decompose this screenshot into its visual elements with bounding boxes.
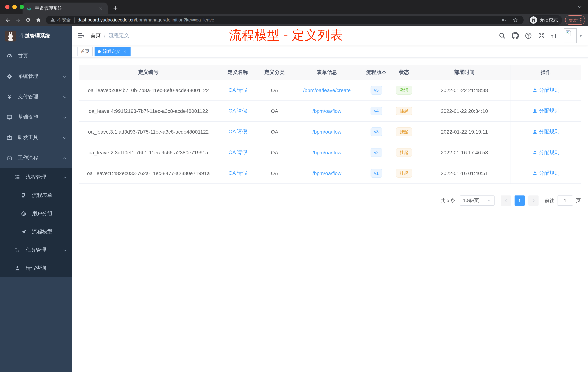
sidebar-item-label: 流程模型 bbox=[32, 229, 52, 235]
home-icon[interactable] bbox=[33, 15, 43, 25]
assign-rule-link[interactable]: 分配规则 bbox=[532, 149, 559, 156]
sidebar-item-label: 流程管理 bbox=[26, 174, 46, 181]
sidebar-collapse-icon[interactable] bbox=[77, 32, 85, 39]
definition-name-link[interactable]: OA 请假 bbox=[229, 170, 247, 176]
breadcrumb-home[interactable]: 首页 bbox=[91, 33, 101, 39]
close-icon[interactable] bbox=[122, 49, 127, 54]
tab-search-icon[interactable] bbox=[577, 4, 582, 10]
sidebar-item-process-management[interactable]: 流程管理 bbox=[0, 168, 72, 186]
window-controls[interactable] bbox=[5, 5, 24, 9]
column-header: 流程版本 bbox=[363, 65, 390, 80]
browser-menu-icon[interactable] bbox=[580, 18, 581, 22]
fullscreen-icon[interactable] bbox=[538, 32, 545, 39]
incognito-label: 无痕模式 bbox=[540, 17, 558, 23]
reload-icon[interactable] bbox=[23, 15, 33, 25]
assign-rule-link[interactable]: 分配规则 bbox=[532, 170, 559, 176]
status-badge: 挂起 bbox=[396, 107, 412, 115]
security-warning-icon[interactable] bbox=[50, 17, 55, 23]
version-badge: v1 bbox=[370, 169, 382, 178]
user-icon bbox=[532, 150, 537, 155]
form-link[interactable]: /bpm/oa/flow bbox=[313, 150, 341, 155]
chevron-down-icon bbox=[63, 248, 67, 252]
search-icon[interactable] bbox=[499, 32, 506, 39]
forward-icon[interactable] bbox=[13, 15, 22, 25]
pagination-total: 共 5 条 bbox=[441, 197, 455, 204]
definition-table: 定义编号 定义名称 定义分类 表单信息 流程版本 状态 部署时间 操作 oa_l… bbox=[79, 65, 581, 184]
chevron-right-icon bbox=[531, 198, 536, 203]
sidebar-item-label: 用户分组 bbox=[32, 210, 52, 217]
status-badge: 挂起 bbox=[396, 148, 412, 157]
app-logo-bar[interactable]: 芋道管理系统 bbox=[0, 26, 72, 46]
page-number-button[interactable]: 1 bbox=[514, 196, 525, 206]
sidebar-item-devtools[interactable]: 研发工具 bbox=[0, 127, 72, 148]
assign-rule-link[interactable]: 分配规则 bbox=[532, 108, 559, 114]
deploy-time: 2022-01-16 17:46:53 bbox=[418, 142, 511, 163]
column-header: 操作 bbox=[511, 65, 581, 80]
form-link[interactable]: /bpm/oa/flow bbox=[313, 108, 341, 114]
browser-update-button[interactable]: 更新 bbox=[565, 15, 585, 25]
chevron-down-icon bbox=[63, 115, 67, 119]
tab-close-icon[interactable] bbox=[97, 5, 104, 12]
password-key-icon[interactable] bbox=[500, 16, 508, 24]
sidebar-item-leave-query[interactable]: 请假查询 bbox=[0, 259, 72, 277]
tag-home[interactable]: 首页 bbox=[77, 47, 93, 56]
version-badge: v5 bbox=[370, 86, 382, 95]
address-bar[interactable]: 不安全 dashboard.yudao.iocoder.cn/bpm/manag… bbox=[46, 16, 524, 24]
tab-title: 芋道管理系统 bbox=[35, 5, 97, 11]
url-path[interactable]: /bpm/manager/definition?key=oa_leave bbox=[135, 17, 214, 22]
sidebar-item-workflow[interactable]: 工作流程 bbox=[0, 148, 72, 168]
assign-rule-link[interactable]: 分配规则 bbox=[532, 87, 559, 94]
definition-name-link[interactable]: OA 请假 bbox=[229, 87, 247, 94]
security-label[interactable]: 不安全 bbox=[57, 17, 71, 23]
paper-plane-icon bbox=[21, 229, 27, 235]
font-size-icon[interactable]: TT bbox=[551, 33, 557, 39]
help-icon[interactable] bbox=[525, 32, 532, 39]
minimize-window-button[interactable] bbox=[12, 5, 17, 9]
page-size-select[interactable]: 10条/页 bbox=[460, 196, 494, 206]
definition-id: oa_leave:2:3c1f0ef1-76b1-11ec-9c66-a2380… bbox=[79, 142, 218, 163]
sidebar-item-system[interactable]: 系统管理 bbox=[0, 66, 72, 87]
chevron-up-icon bbox=[63, 156, 67, 160]
version-badge: v4 bbox=[370, 107, 382, 115]
back-icon[interactable] bbox=[3, 15, 12, 25]
form-link[interactable]: /bpm/oa/flow bbox=[313, 129, 341, 135]
active-dot bbox=[98, 50, 101, 53]
tag-process-definition[interactable]: 流程定义 bbox=[94, 47, 131, 56]
sidebar-item-label: 流程表单 bbox=[32, 192, 52, 199]
prev-page-button[interactable] bbox=[501, 196, 511, 206]
definition-name-link[interactable]: OA 请假 bbox=[229, 108, 247, 114]
column-header: 部署时间 bbox=[418, 65, 511, 80]
sidebar-item-home[interactable]: 首页 bbox=[0, 46, 72, 66]
sidebar-item-task-management[interactable]: 任务管理 bbox=[0, 241, 72, 259]
sidebar-item-infrastructure[interactable]: 基础设施 bbox=[0, 107, 72, 127]
avatar-caret-icon[interactable]: ▼ bbox=[579, 34, 583, 38]
next-page-button[interactable] bbox=[528, 196, 538, 206]
sidebar-item-payment[interactable]: ¥ 支付管理 bbox=[0, 87, 72, 107]
chevron-up-icon bbox=[63, 175, 67, 179]
github-icon[interactable] bbox=[512, 32, 519, 39]
new-tab-button[interactable] bbox=[111, 3, 120, 13]
chevron-down-icon bbox=[487, 198, 491, 203]
sidebar-item-process-model[interactable]: 流程模型 bbox=[0, 223, 72, 241]
definition-id: oa_leave:1:482ec033-762a-11ec-8477-a2380… bbox=[79, 163, 218, 184]
update-label[interactable]: 更新 bbox=[569, 17, 578, 23]
bookmark-star-icon[interactable] bbox=[511, 16, 519, 24]
url-domain[interactable]: dashboard.yudao.iocoder.cn bbox=[78, 17, 135, 22]
close-window-button[interactable] bbox=[5, 5, 10, 9]
gear-icon bbox=[7, 74, 12, 79]
goto-page-input[interactable] bbox=[557, 196, 573, 206]
column-header: 定义编号 bbox=[79, 65, 218, 80]
zoom-window-button[interactable] bbox=[20, 5, 24, 9]
user-icon bbox=[15, 265, 20, 271]
avatar[interactable] bbox=[564, 28, 577, 43]
assign-rule-link[interactable]: 分配规则 bbox=[532, 129, 559, 135]
definition-name-link[interactable]: OA 请假 bbox=[229, 149, 247, 156]
form-link[interactable]: /bpm/oa/leave/create bbox=[303, 87, 351, 93]
definition-name-link[interactable]: OA 请假 bbox=[229, 129, 247, 135]
status-badge: 挂起 bbox=[396, 169, 412, 178]
status-badge: 挂起 bbox=[396, 127, 412, 136]
form-link[interactable]: /bpm/oa/flow bbox=[313, 170, 341, 176]
sidebar-item-user-group[interactable]: 用户分组 bbox=[0, 205, 72, 223]
browser-tab[interactable]: 芋道管理系统 bbox=[22, 2, 108, 14]
sidebar-item-process-form[interactable]: 流程表单 bbox=[0, 186, 72, 205]
